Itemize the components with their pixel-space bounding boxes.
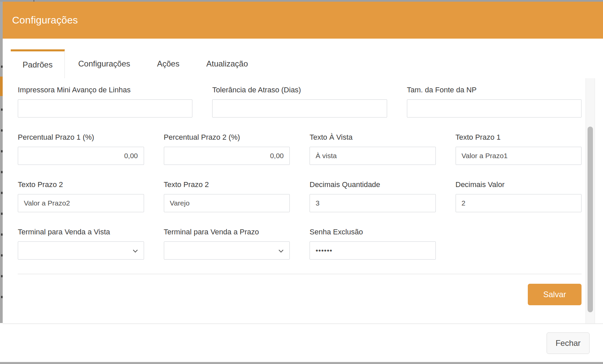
tab-atualizacao[interactable]: Atualização <box>193 49 261 78</box>
decimais-valor-input[interactable] <box>456 194 582 212</box>
tab-label: Padrões <box>22 60 52 70</box>
form-divider <box>18 274 582 274</box>
field-label: Terminal para Venda a Prazo <box>164 228 290 236</box>
empty-cell <box>456 228 582 260</box>
percentual-prazo-2-input[interactable] <box>164 147 290 165</box>
tab-label: Ações <box>157 59 180 69</box>
field-texto-a-vista: Texto À Vista <box>310 133 436 165</box>
settings-dialog: Configurações Padrões Configurações Açõe… <box>3 2 603 362</box>
field-senha-exclusao: Senha Exclusão <box>310 228 436 260</box>
field-label: Impressora Mini Avanço de Linhas <box>18 86 192 94</box>
dialog-title: Configurações <box>12 14 78 26</box>
field-label: Texto Prazo 2 <box>164 180 290 189</box>
texto-prazo-2-input[interactable] <box>18 194 144 212</box>
texto-prazo-2-varejo-input[interactable] <box>164 194 290 212</box>
texto-a-vista-input[interactable] <box>310 147 436 165</box>
tolerancia-atraso-input[interactable] <box>212 99 387 118</box>
field-decimais-quantidade: Decimais Quantidade <box>310 180 436 212</box>
senha-exclusao-input[interactable] <box>310 241 436 260</box>
form-row: Percentual Prazo 1 (%) Percentual Prazo … <box>18 133 582 165</box>
tab-padroes[interactable]: Padrões <box>11 49 65 78</box>
field-label: Texto Prazo 2 <box>18 180 144 189</box>
scrollbar-thumb[interactable] <box>588 127 593 312</box>
save-row: Salvar <box>18 284 582 305</box>
background-page-fragment <box>0 77 3 96</box>
field-percentual-prazo-1: Percentual Prazo 1 (%) <box>18 133 144 165</box>
background-page-bottom-edge <box>0 362 603 364</box>
form-row: Terminal para Venda a Vista Terminal par… <box>18 228 582 260</box>
field-percentual-prazo-2: Percentual Prazo 2 (%) <box>164 133 290 165</box>
decimais-quantidade-input[interactable] <box>310 194 436 212</box>
field-terminal-venda-prazo: Terminal para Venda a Prazo <box>164 228 290 260</box>
settings-form: Impressora Mini Avanço de Linhas Tolerân… <box>3 86 603 305</box>
field-terminal-venda-vista: Terminal para Venda a Vista <box>18 228 144 260</box>
field-label: Texto À Vista <box>310 133 436 142</box>
dialog-header: Configurações <box>3 2 603 39</box>
field-label: Decimais Valor <box>456 180 582 189</box>
scrollbar-track[interactable] <box>586 78 595 323</box>
field-label: Percentual Prazo 1 (%) <box>18 133 144 142</box>
form-row: Impressora Mini Avanço de Linhas Tolerân… <box>18 86 582 118</box>
tab-label: Configurações <box>78 59 130 69</box>
field-label: Tolerância de Atraso (Dias) <box>212 86 387 94</box>
tab-acoes[interactable]: Ações <box>144 49 193 78</box>
field-label: Tam. da Fonte da NP <box>407 86 582 94</box>
tab-bar: Padrões Configurações Ações Atualização <box>3 49 603 78</box>
tab-configuracoes[interactable]: Configurações <box>65 49 144 78</box>
field-texto-prazo-2: Texto Prazo 2 <box>18 180 144 212</box>
field-label: Percentual Prazo 2 (%) <box>164 133 290 142</box>
background-page-left-edge <box>0 2 3 323</box>
chevron-down-icon <box>279 248 283 253</box>
texto-prazo-1-input[interactable] <box>456 147 582 165</box>
field-label: Texto Prazo 1 <box>456 133 582 142</box>
field-label: Decimais Quantidade <box>310 180 436 189</box>
field-impressora-mini-avanco: Impressora Mini Avanço de Linhas <box>18 86 192 118</box>
dialog-footer: Fechar <box>3 323 603 362</box>
terminal-venda-prazo-select[interactable] <box>164 241 290 260</box>
field-tam-fonte-np: Tam. da Fonte da NP <box>407 86 582 118</box>
field-texto-prazo-1: Texto Prazo 1 <box>456 133 582 165</box>
save-button[interactable]: Salvar <box>528 284 582 305</box>
form-row: Texto Prazo 2 Texto Prazo 2 Decimais Qua… <box>18 180 582 212</box>
tab-label: Atualização <box>206 59 248 69</box>
tam-fonte-np-input[interactable] <box>407 99 582 118</box>
impressora-mini-avanco-input[interactable] <box>18 99 192 118</box>
field-label: Terminal para Venda a Vista <box>18 228 144 236</box>
field-texto-prazo-2-varejo: Texto Prazo 2 <box>164 180 290 212</box>
field-tolerancia-atraso: Tolerância de Atraso (Dias) <box>212 86 387 118</box>
percentual-prazo-1-input[interactable] <box>18 147 144 165</box>
field-decimais-valor: Decimais Valor <box>456 180 582 212</box>
close-button[interactable]: Fechar <box>547 332 590 354</box>
field-label: Senha Exclusão <box>310 228 436 236</box>
chevron-down-icon <box>133 248 137 253</box>
terminal-venda-vista-select[interactable] <box>18 241 144 260</box>
